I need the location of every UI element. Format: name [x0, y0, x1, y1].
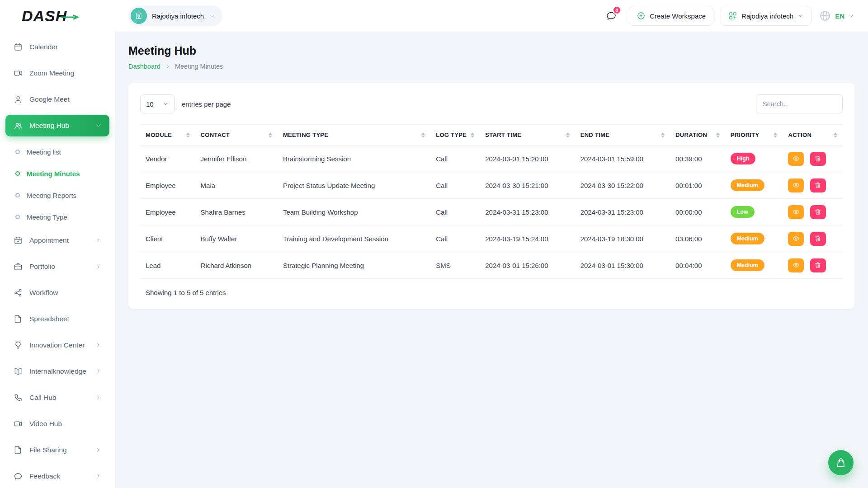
sidebar-item-workflow[interactable]: Workflow — [5, 282, 109, 304]
sidebar-item-meeting-type[interactable]: Meeting Type — [8, 206, 109, 228]
cell-log-type: Call — [430, 199, 480, 225]
create-workspace-button[interactable]: Create Workspace — [629, 6, 713, 26]
priority-badge: Low — [731, 206, 755, 218]
view-button[interactable] — [788, 178, 804, 192]
sidebar-item-label: Call Hub — [29, 394, 56, 402]
workspace-switcher[interactable]: Rajodiya infotech — [128, 5, 222, 26]
sidebar-item-meeting-minutes[interactable]: Meeting Minutes — [8, 163, 109, 184]
cell-end-time: 2024-03-19 18:30:00 — [575, 225, 670, 252]
sidebar-item-google-meet[interactable]: Google Meet — [5, 89, 109, 110]
cell-start-time: 2024-03-01 15:26:00 — [480, 252, 575, 279]
share-nodes-icon — [14, 288, 23, 297]
sidebar-item-portfolio[interactable]: Portfolio — [5, 256, 109, 277]
breadcrumb-dashboard-link[interactable]: Dashboard — [128, 63, 160, 70]
delete-button[interactable] — [810, 152, 826, 166]
entries-summary: Showing 1 to 5 of 5 entries — [140, 279, 843, 305]
column-header-action[interactable]: ACTION — [783, 125, 843, 145]
chevron-down-icon — [797, 13, 804, 19]
column-header-contact[interactable]: CONTACT — [195, 125, 278, 145]
delete-button[interactable] — [810, 178, 826, 192]
sidebar-item-file-sharing[interactable]: File Sharing — [5, 439, 109, 461]
cell-meeting-type: Strategic Planning Meeting — [278, 252, 430, 279]
trash-icon — [814, 262, 821, 269]
breadcrumb-current: Meeting Minutes — [175, 63, 223, 70]
cell-priority: Medium — [725, 252, 783, 279]
view-button[interactable] — [788, 205, 804, 219]
sidebar: Calender Zoom Meeting Google Meet Meetin… — [0, 32, 115, 488]
cell-contact: Jennifer Ellison — [195, 145, 278, 172]
sidebar-subitem-label: Meeting Minutes — [27, 170, 80, 178]
sidebar-item-label: Video Hub — [29, 420, 62, 428]
globe-icon — [819, 9, 831, 22]
view-button[interactable] — [788, 258, 804, 272]
sidebar-item-video-hub[interactable]: Video Hub — [5, 413, 109, 435]
column-header-end-time[interactable]: END TIME — [575, 125, 670, 145]
dash-logo: DASH — [22, 7, 73, 25]
search-input[interactable] — [756, 94, 843, 113]
company-menu-button[interactable]: Rajodiya infotech — [721, 6, 811, 26]
sidebar-item-innovation-center[interactable]: Innovation Center — [5, 334, 109, 356]
sidebar-item-label: Internalknowledge — [29, 367, 86, 375]
chevron-right-icon — [165, 64, 170, 69]
sidebar-item-meeting-hub[interactable]: Meeting Hub — [5, 115, 109, 136]
sidebar-item-meeting-list[interactable]: Meeting list — [8, 141, 109, 163]
delete-button[interactable] — [810, 232, 826, 246]
sidebar-item-call-hub[interactable]: Call Hub — [5, 387, 109, 408]
cell-contact: Buffy Walter — [195, 225, 278, 252]
column-header-log-type[interactable]: LOG TYPE — [430, 125, 480, 145]
priority-badge: High — [731, 153, 756, 164]
document-icon — [14, 314, 23, 324]
cell-log-type: Call — [430, 225, 480, 252]
column-header-module[interactable]: MODULE — [140, 125, 195, 145]
logo-area[interactable]: DASH — [0, 7, 115, 25]
cell-start-time: 2024-03-01 15:20:00 — [480, 145, 575, 172]
table-row: Employee Maia Project Status Update Meet… — [140, 172, 843, 199]
priority-badge: Medium — [731, 233, 764, 244]
cell-module: Employee — [140, 172, 195, 199]
column-header-start-time[interactable]: START TIME — [480, 125, 575, 145]
sidebar-subitem-label: Meeting Reports — [27, 192, 76, 199]
cell-end-time: 2024-03-31 15:23:00 — [575, 199, 670, 225]
delete-button[interactable] — [810, 205, 826, 219]
page-title: Meeting Hub — [128, 44, 854, 57]
column-header-priority[interactable]: PRIORITY — [725, 125, 783, 145]
sidebar-item-spreadsheet[interactable]: Spreadsheet — [5, 308, 109, 330]
priority-badge: Medium — [731, 259, 764, 271]
chevron-down-icon — [209, 13, 215, 19]
store-fab-button[interactable] — [828, 450, 854, 475]
cell-duration: 00:01:00 — [670, 172, 725, 199]
cell-actions — [783, 145, 843, 172]
sidebar-item-calender[interactable]: Calender — [5, 36, 109, 58]
column-header-meeting-type[interactable]: MEETING TYPE — [278, 125, 430, 145]
delete-button[interactable] — [810, 258, 826, 272]
sidebar-item-zoom-meeting[interactable]: Zoom Meeting — [5, 62, 109, 84]
shopping-bag-icon — [835, 457, 846, 468]
cell-log-type: SMS — [430, 252, 480, 279]
sidebar-item-label: File Sharing — [29, 446, 67, 454]
chevron-right-icon — [95, 237, 101, 244]
sidebar-item-label: Calender — [29, 43, 58, 51]
entries-per-page-select[interactable]: 10 — [140, 94, 175, 113]
sidebar-item-feedback[interactable]: Feedback — [5, 465, 109, 487]
language-selector[interactable]: EN — [819, 9, 854, 22]
sidebar-item-internalknowledge[interactable]: Internalknowledge — [5, 361, 109, 382]
view-button[interactable] — [788, 232, 804, 246]
chevron-right-icon — [95, 473, 101, 479]
calendar-icon — [14, 42, 23, 52]
messages-button[interactable]: 0 — [601, 5, 622, 26]
chat-icon — [14, 472, 23, 481]
create-workspace-label: Create Workspace — [650, 12, 706, 20]
cell-priority: High — [725, 145, 783, 172]
table-row: Lead Richard Atkinson Strategic Planning… — [140, 252, 843, 279]
workspace-avatar — [131, 8, 147, 24]
cell-end-time: 2024-03-30 15:22:00 — [575, 172, 670, 199]
sidebar-item-appointment[interactable]: Appointment — [5, 230, 109, 251]
book-icon — [14, 367, 23, 376]
column-header-duration[interactable]: DURATION — [670, 125, 725, 145]
chevron-right-icon — [95, 368, 101, 375]
sidebar-item-meeting-reports[interactable]: Meeting Reports — [8, 184, 109, 206]
chevron-down-icon — [95, 122, 101, 129]
chevron-right-icon — [95, 447, 101, 453]
view-button[interactable] — [788, 152, 804, 166]
cell-priority: Medium — [725, 172, 783, 199]
